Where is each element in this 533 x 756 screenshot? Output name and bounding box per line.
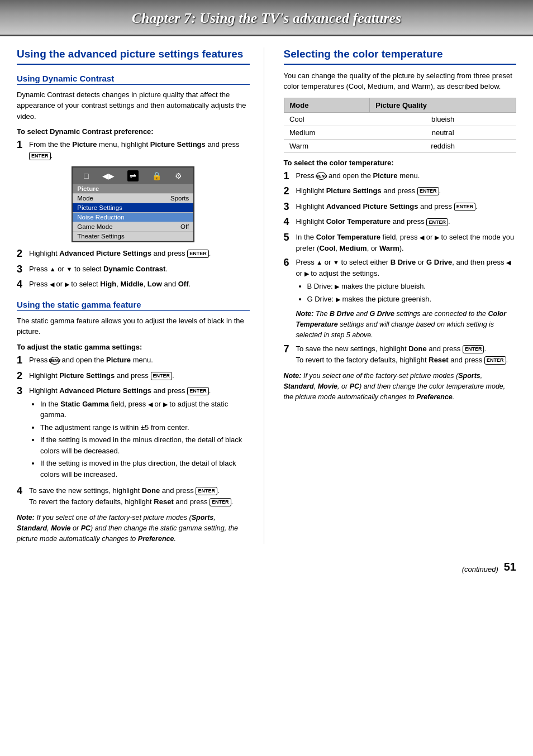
sg-step-1: 1 Press MENU and open the Picture menu. (17, 355, 250, 367)
bullet-sg-1: In the Static Gamma field, press or to a… (40, 399, 250, 420)
static-gamma-steps: 1 Press MENU and open the Picture menu. … (17, 355, 250, 507)
arrow-down-icon-3 (66, 265, 73, 273)
enter-badge-ct7a: ENTER (463, 345, 484, 353)
color-temp-procedure: To select the color temperature: (284, 159, 517, 167)
color-temp-final-note: Note: If you select one of the factory-s… (284, 371, 517, 402)
ct-step-text-7: To save the new settings, highlight Done… (296, 343, 517, 365)
step-text-2: Highlight Advanced Picture Settings and … (29, 248, 250, 259)
sg-step-3: 3 Highlight Advanced Picture Settings an… (17, 385, 250, 482)
menu-row-theater: Theater Settings (73, 232, 193, 241)
table-cell-warm-quality: reddish (370, 139, 516, 152)
arrow-up-icon-3 (50, 265, 56, 273)
arrow-left-sg (148, 400, 153, 408)
sg-step-text-1: Press MENU and open the Picture menu. (29, 355, 250, 366)
table-cell-cool-quality: blueish (370, 112, 516, 126)
enter-badge-sg4a: ENTER (196, 487, 217, 495)
tv-menu-top-bar: □ ◀▶ ⇌ 🔒 ⚙ (73, 168, 193, 184)
table-cell-cool-mode: Cool (284, 112, 370, 126)
step-num-3: 3 (17, 264, 29, 276)
dynamic-contrast-title: Using Dynamic Contrast (17, 74, 250, 85)
ct-step-text-6: Press or to select either B Drive or G D… (296, 257, 517, 340)
page-footer: (continued) 51 (0, 555, 533, 579)
enter-badge-ct4: ENTER (426, 218, 448, 227)
arrow-right-bdrive (335, 282, 339, 290)
menu-btn-1: MENU (50, 357, 60, 365)
arrow-down-ct6 (333, 258, 339, 266)
bullet-ct-b-drive: B Drive: makes the picture blueish. (307, 281, 517, 292)
step-text-1: From the the Picture menu, highlight Pic… (29, 139, 250, 161)
sg-step-num-4: 4 (17, 485, 29, 497)
tv-icon-settings: ⚙ (175, 171, 182, 180)
table-cell-warm-mode: Warm (284, 139, 370, 152)
static-gamma-procedure: To adjust the static gamma settings: (17, 343, 250, 351)
menu-row-noise: Noise Reduction (73, 213, 193, 222)
tv-icon-lock: 🔒 (152, 171, 161, 180)
enter-badge-ct7b: ENTER (484, 356, 506, 365)
enter-badge-1: ENTER (29, 152, 51, 160)
ct-step-num-6: 6 (284, 257, 296, 269)
ct-step-4: 4 Highlight Color Temperature and press … (284, 216, 517, 228)
ct-step-text-5: In the Color Temperature field, press or… (296, 232, 517, 253)
bullet-sg-2: The adjustment range is within ±5 from c… (40, 422, 250, 433)
ct-step-3: 3 Highlight Advanced Picture Settings an… (284, 201, 517, 213)
step-text-4: Press or to select High, Middle, Low and… (29, 279, 250, 290)
arrow-right-gdrive (336, 295, 340, 303)
static-gamma-title: Using the static gamma feature (17, 300, 250, 311)
arrow-right-icon-4 (65, 280, 69, 288)
chapter-title: Chapter 7: Using the TV's advanced featu… (11, 10, 522, 27)
sg-step-text-4: To save the new settings, highlight Done… (29, 485, 250, 507)
arrow-right-sg (163, 400, 168, 408)
step-4: 4 Press or to select High, Middle, Low a… (17, 279, 250, 291)
bullet-sg-4: If the setting is moved in the plus dire… (40, 458, 250, 480)
sg-step-num-2: 2 (17, 370, 29, 382)
sg-step-3-bullets: In the Static Gamma field, press or to a… (29, 399, 250, 480)
step-num-2: 2 (17, 248, 29, 260)
arrow-left-icon-4 (50, 280, 54, 288)
color-temperature-table: Mode Picture Quality Cool blueish Medium… (284, 98, 517, 153)
table-row-medium: Medium neutral (284, 126, 516, 139)
step-num-4: 4 (17, 279, 29, 291)
ct-step-text-2: Highlight Picture Settings and press ENT… (296, 185, 517, 197)
menu-row-mode: Mode Sports (73, 194, 193, 203)
right-section-title: Selecting the color temperature (284, 47, 517, 65)
static-gamma-intro: The static gamma feature allows you to a… (17, 315, 250, 337)
dynamic-contrast-procedure: To select Dynamic Contrast preference: (17, 127, 250, 136)
enter-badge-sg4b: ENTER (210, 498, 231, 506)
table-cell-medium-mode: Medium (284, 126, 370, 139)
left-column: Using the advanced picture settings feat… (17, 47, 264, 544)
ct-step-2: 2 Highlight Picture Settings and press E… (284, 185, 517, 198)
table-cell-medium-quality: neutral (370, 126, 516, 139)
ct-step-1: 1 Press MENU and open the Picture menu. (284, 170, 517, 183)
bullet-ct-g-drive: G Drive: makes the picture greenish. (307, 294, 517, 305)
continued-label: (continued) (462, 565, 498, 573)
tv-menu-body: Picture Mode Sports Picture Settings Noi… (73, 184, 193, 241)
ct-step-text-4: Highlight Color Temperature and press EN… (296, 216, 517, 227)
step-2: 2 Highlight Advanced Picture Settings an… (17, 248, 250, 260)
step-text-3: Press or to select Dynamic Contrast. (29, 264, 250, 275)
sg-step-4: 4 To save the new settings, highlight Do… (17, 485, 250, 507)
sg-step-text-2: Highlight Picture Settings and press ENT… (29, 370, 250, 381)
color-temp-steps: 1 Press MENU and open the Picture menu. … (284, 170, 517, 366)
step-3: 3 Press or to select Dynamic Contrast. (17, 264, 250, 276)
color-temp-intro: You can change the quality of the pictur… (284, 70, 517, 92)
ct-step-num-5: 5 (284, 232, 296, 244)
dynamic-contrast-intro: Dynamic Contrast detects changes in pict… (17, 89, 250, 122)
enter-badge-ct2: ENTER (417, 187, 439, 195)
table-row-cool: Cool blueish (284, 112, 516, 126)
ct-step-6-bullets: B Drive: makes the picture blueish. G Dr… (296, 281, 517, 304)
table-header-quality: Picture Quality (370, 98, 516, 112)
enter-badge-ct3: ENTER (454, 203, 476, 211)
ct-step-5: 5 In the Color Temperature field, press … (284, 232, 517, 253)
sg-step-2: 2 Highlight Picture Settings and press E… (17, 370, 250, 382)
step-1: 1 From the the Picture menu, highlight P… (17, 139, 250, 161)
ct-step-num-1: 1 (284, 170, 296, 183)
ct-step-6-note: Note: The B Drive and G Drive settings a… (296, 309, 517, 340)
ct-step-num-7: 7 (284, 343, 296, 356)
enter-badge-sg2: ENTER (151, 372, 173, 380)
ct-step-text-1: Press MENU and open the Picture menu. (296, 170, 517, 181)
ct-step-num-4: 4 (284, 216, 296, 228)
page-number: 51 (504, 561, 516, 573)
menu-row-game-mode: Game Mode Off (73, 222, 193, 232)
arrow-right-ct5 (435, 233, 439, 241)
step-num-1: 1 (17, 139, 29, 151)
